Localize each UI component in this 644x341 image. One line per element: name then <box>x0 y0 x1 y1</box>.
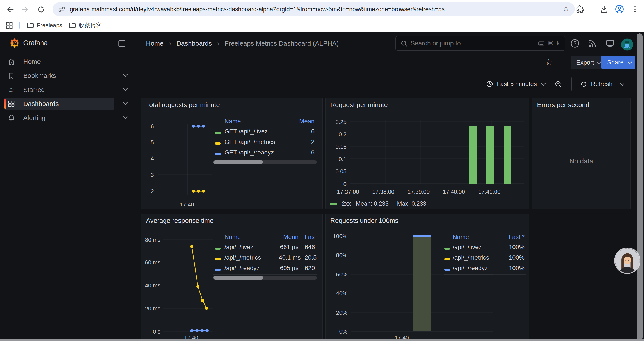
forward-icon[interactable] <box>21 5 29 14</box>
breadcrumb-current: Freeleaps Metrics Dashboard (ALPHA) <box>225 40 339 47</box>
series-chip-blue[interactable] <box>215 153 221 155</box>
bookmark-label: Freeleaps <box>37 19 62 32</box>
col-header-name[interactable]: Name <box>224 118 241 125</box>
bookmark-folder-blogs[interactable]: 收藏博客 <box>68 19 102 32</box>
brand-name[interactable]: Grafana <box>23 39 48 47</box>
sidebar-item-dashboards[interactable]: Dashboards <box>8 99 126 109</box>
bar-chart <box>350 120 525 186</box>
horizontal-scrollbar[interactable] <box>0 339 644 341</box>
site-settings-icon[interactable] <box>58 5 66 14</box>
series-chip-green[interactable] <box>330 203 337 205</box>
star-icon: ☆ <box>8 86 15 94</box>
sidebar-item-bookmarks[interactable]: Bookmarks <box>8 71 126 81</box>
legend-table: Name Mean GET /api/_/livez 6 GET /api/_/… <box>213 117 317 166</box>
favorite-star-icon[interactable]: ☆ <box>545 57 552 67</box>
search-input[interactable] <box>410 40 503 47</box>
panel-title[interactable]: Request per minute <box>330 101 388 109</box>
legend-series[interactable]: 2xx <box>342 200 351 207</box>
panel-avg-response-time: Average response time 80 ms 60 ms 40 ms … <box>141 213 323 341</box>
series-name[interactable]: GET /api/_/livez <box>224 128 268 135</box>
search-bar[interactable]: ⌘+k <box>396 36 565 51</box>
sidebar-item-label: Home <box>23 58 41 65</box>
export-button[interactable]: Export <box>571 56 606 69</box>
extensions-icon[interactable] <box>576 5 584 14</box>
legend-table: Name Last * /api/_/livez 100% /api/_/met… <box>444 233 526 277</box>
sidebar-item-label: Bookmarks <box>23 72 56 80</box>
series-mean: 605 µs <box>279 265 298 272</box>
col-header-name[interactable]: Name <box>453 233 469 240</box>
y-tick: 0.05 <box>330 168 346 175</box>
line-chart <box>156 122 214 197</box>
display-icon[interactable] <box>605 39 615 48</box>
series-name[interactable]: /api/_/metrics <box>453 254 489 261</box>
sidebar-item-alerting[interactable]: Alerting <box>8 113 126 123</box>
col-header-mean[interactable]: Mean <box>279 233 298 240</box>
refresh-label[interactable]: Refresh <box>591 81 612 88</box>
series-name[interactable]: /api/_/livez <box>224 244 254 251</box>
bookmarks-bar: Freeleaps 收藏博客 <box>0 19 644 32</box>
col-header-last[interactable]: Last * <box>509 233 524 240</box>
series-name[interactable]: GET /api/_/metrics <box>224 138 275 146</box>
series-name[interactable]: /api/_/metrics <box>224 254 261 261</box>
share-dropdown-button[interactable] <box>625 56 635 69</box>
series-name[interactable]: /api/_/readyz <box>224 265 260 272</box>
y-tick: 60% <box>327 271 348 278</box>
bookmark-folder-freeleaps[interactable]: Freeleaps <box>26 19 62 32</box>
zoom-out-icon[interactable] <box>554 80 562 88</box>
chevron-down-icon[interactable] <box>541 81 546 86</box>
breadcrumb-dashboards[interactable]: Dashboards <box>176 40 212 47</box>
breadcrumb: Home › Dashboards › Freeleaps Metrics Da… <box>146 32 339 55</box>
menu-kebab-icon[interactable] <box>631 5 639 14</box>
folder-icon <box>26 21 34 29</box>
breadcrumb-home[interactable]: Home <box>146 40 164 47</box>
panel-title[interactable]: Requests under 100ms <box>330 217 398 224</box>
series-chip-green[interactable] <box>215 132 221 134</box>
line-chart <box>162 236 214 336</box>
page-scrollbar-thumb[interactable] <box>636 33 643 340</box>
series-name[interactable]: /api/_/readyz <box>453 265 488 272</box>
series-name[interactable]: /api/_/livez <box>453 244 482 251</box>
download-icon[interactable] <box>600 5 608 14</box>
panel-title[interactable]: Average response time <box>146 217 214 224</box>
sidebar-collapse-icon[interactable] <box>118 39 126 48</box>
series-last: 646 <box>305 244 315 251</box>
y-tick: 6 <box>143 123 154 130</box>
col-header-mean[interactable]: Mean <box>299 118 314 125</box>
chevron-down-icon[interactable] <box>620 81 624 86</box>
reload-icon[interactable] <box>37 5 46 14</box>
panel-total-requests: Total requests per minute 6 5 4 3 2 17:4… <box>141 98 323 209</box>
table-scrollbar-thumb[interactable] <box>214 276 263 279</box>
profile-avatar-icon[interactable] <box>615 5 624 14</box>
y-tick: 0.2 <box>330 131 346 138</box>
series-chip-yellow[interactable] <box>444 258 450 260</box>
series-name[interactable]: GET /api/_/readyz <box>224 149 274 156</box>
series-chip-green[interactable] <box>444 247 450 250</box>
url-text[interactable]: grafana.mathmast.com/d/deytv4rwavabkb/fr… <box>70 0 444 19</box>
user-avatar[interactable] <box>620 38 634 51</box>
bookmark-star-icon[interactable]: ☆ <box>562 4 570 13</box>
series-chip-blue[interactable] <box>444 269 450 271</box>
back-icon[interactable] <box>6 5 14 14</box>
panel-title[interactable]: Errors per second <box>537 101 589 109</box>
table-scrollbar-thumb[interactable] <box>214 160 263 164</box>
refresh-icon[interactable] <box>580 80 588 88</box>
col-header-name[interactable]: Name <box>224 233 241 240</box>
series-mean: 2 <box>311 138 314 146</box>
series-last: 20.5 r <box>305 254 317 261</box>
time-range-label[interactable]: Last 5 minutes <box>497 81 537 88</box>
series-last: 100% <box>509 254 524 261</box>
floating-assistant-avatar[interactable] <box>615 248 640 273</box>
rss-icon[interactable] <box>588 39 597 48</box>
sidebar-item-home[interactable]: Home <box>8 57 126 67</box>
help-icon[interactable] <box>570 39 580 48</box>
sidebar-item-starred[interactable]: ☆ Starred <box>8 85 126 95</box>
col-header-last[interactable]: Las <box>305 233 314 240</box>
series-chip-green[interactable] <box>215 247 221 250</box>
dashboard-toolbar: ☆ Export Share <box>132 55 636 70</box>
series-chip-yellow[interactable] <box>215 142 221 145</box>
panel-title[interactable]: Total requests per minute <box>146 101 220 109</box>
series-chip-blue[interactable] <box>215 269 221 271</box>
grafana-logo[interactable] <box>10 38 19 48</box>
apps-grid-icon[interactable] <box>6 22 13 29</box>
series-chip-yellow[interactable] <box>215 258 221 260</box>
